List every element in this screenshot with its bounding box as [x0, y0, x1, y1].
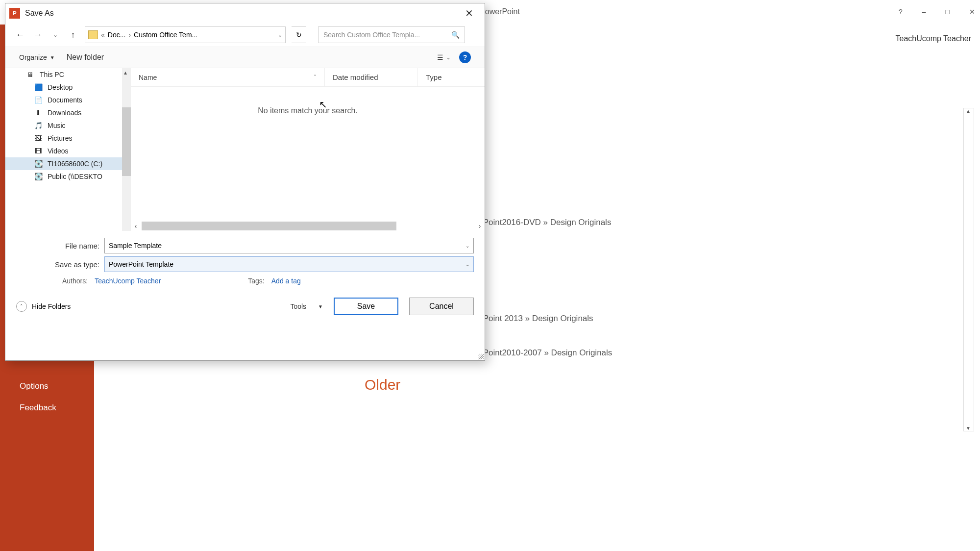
col-date[interactable]: Date modified [325, 68, 418, 86]
breadcrumb-seg1[interactable]: Doc... [108, 31, 126, 39]
save-button[interactable]: Save [334, 298, 398, 315]
nav-back-icon[interactable]: ← [14, 29, 26, 41]
pp-scrollbar[interactable] [963, 108, 974, 431]
hide-folders-button[interactable]: ˄ Hide Folders [16, 301, 71, 312]
empty-message: No items match your search. [131, 106, 485, 115]
col-name[interactable]: Name˄ [131, 68, 325, 86]
file-list[interactable]: Name˄ Date modified Type No items match … [131, 68, 485, 231]
tree-downloads[interactable]: ⬇Downloads [5, 106, 131, 119]
recent-path-2[interactable]: rPoint 2013 » Design Originals [480, 314, 593, 324]
nav-forward-icon[interactable]: → [32, 29, 44, 41]
view-button[interactable]: ☰⌄ [437, 53, 450, 61]
filename-input[interactable]: Sample Template⌄ [104, 238, 474, 253]
address-bar[interactable]: « Doc... › Custom Office Tem... ⌄ [85, 26, 286, 43]
tags-label: Tags: [248, 277, 264, 285]
refresh-icon[interactable]: ↻ [292, 26, 306, 43]
authors-value[interactable]: TeachUcomp Teacher [95, 277, 161, 285]
chevron-up-icon: ˄ [16, 301, 27, 312]
nav-history-icon[interactable]: ⌄ [49, 29, 61, 41]
dialog-close-icon[interactable]: ✕ [457, 7, 481, 19]
filename-label: File name: [16, 242, 104, 250]
sidebar-item-options[interactable]: Options [0, 376, 94, 397]
pp-user: TeachUcomp Teacher [896, 34, 971, 43]
resize-grip-icon[interactable] [478, 353, 484, 359]
recent-path-1[interactable]: rPoint2016-DVD » Design Originals [480, 218, 611, 227]
search-input[interactable]: Search Custom Office Templa... 🔍 [318, 26, 465, 43]
tree-public[interactable]: 💽Public (\\DESKTO⌄ [5, 170, 131, 183]
recent-path-3[interactable]: rPoint2010-2007 » Design Originals [480, 348, 612, 358]
tree-scrollbar[interactable] [122, 68, 131, 231]
organize-button[interactable]: Organize▼ [19, 53, 55, 61]
savetype-label: Save as type: [16, 260, 104, 269]
powerpoint-icon: P [9, 8, 20, 19]
help-icon[interactable]: ? [459, 51, 471, 63]
authors-label: Authors: [62, 277, 88, 285]
older-heading: Older [365, 376, 400, 393]
sidebar-item-feedback[interactable]: Feedback [0, 397, 94, 419]
help-icon[interactable]: ? [899, 8, 903, 16]
address-dropdown-icon[interactable]: ⌄ [278, 32, 282, 38]
folder-icon [88, 30, 98, 39]
cancel-button[interactable]: Cancel [409, 298, 474, 315]
tree-videos[interactable]: 🎞Videos [5, 145, 131, 157]
dialog-title: Save As [25, 9, 54, 18]
maximize-icon[interactable]: □ [946, 8, 950, 16]
tree-pictures[interactable]: 🖼Pictures [5, 132, 131, 145]
tree-cdrive[interactable]: 💽TI10658600C (C:) [5, 157, 131, 170]
minimize-icon[interactable]: – [922, 8, 926, 16]
filelist-h-scrollbar[interactable]: ‹› [131, 221, 485, 231]
tree-desktop[interactable]: 🟦Desktop [5, 81, 131, 94]
close-icon[interactable]: ✕ [969, 8, 975, 16]
tree-music[interactable]: 🎵Music [5, 119, 131, 132]
add-tag-link[interactable]: Add a tag [271, 277, 301, 285]
cursor-icon: ↖ [319, 99, 327, 110]
tree-documents[interactable]: 📄Documents [5, 94, 131, 106]
tree-this-pc[interactable]: 🖥This PC [5, 68, 131, 81]
tools-button[interactable]: Tools▼ [290, 302, 323, 310]
chevron-down-icon[interactable]: ⌄ [466, 262, 469, 267]
search-icon: 🔍 [451, 31, 460, 39]
save-as-dialog: P Save As ✕ ← → ⌄ ↑ « Doc... › Custom Of… [5, 3, 485, 361]
nav-up-icon[interactable]: ↑ [67, 29, 79, 41]
chevron-down-icon[interactable]: ⌄ [466, 243, 469, 249]
col-type[interactable]: Type [418, 68, 485, 86]
savetype-select[interactable]: PowerPoint Template⌄ [104, 256, 474, 272]
new-folder-button[interactable]: New folder [67, 53, 104, 62]
folder-tree[interactable]: 🖥This PC 🟦Desktop 📄Documents ⬇Downloads … [5, 68, 131, 231]
sort-asc-icon: ˄ [314, 74, 317, 80]
breadcrumb-seg2[interactable]: Custom Office Tem... [134, 31, 197, 39]
